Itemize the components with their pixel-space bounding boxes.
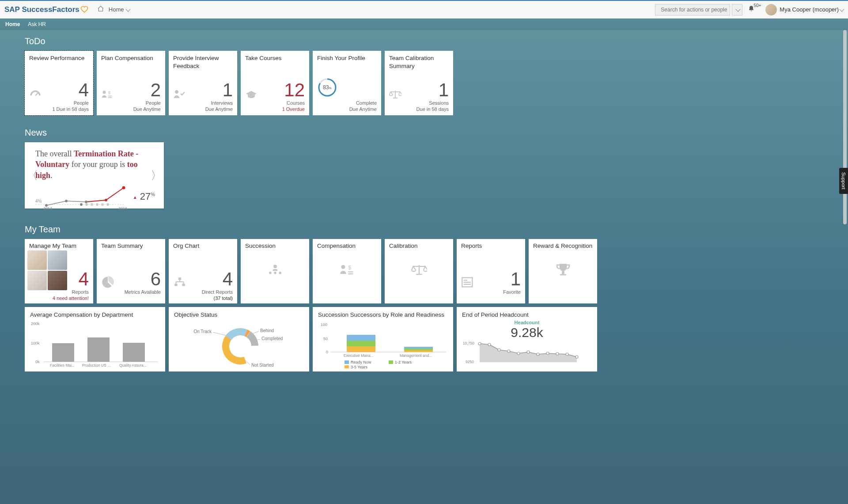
svg-text:3-5 Years: 3-5 Years <box>351 365 368 368</box>
tile-title: Provide Interview Feedback <box>173 54 233 70</box>
news-tile[interactable]: 〈 〉 The overall Termination Rate - Volun… <box>25 142 164 208</box>
svg-rect-46 <box>562 271 564 274</box>
subnav-home[interactable]: Home <box>5 21 20 27</box>
team-photos <box>27 250 67 290</box>
tile-title: Plan Compensation <box>101 54 161 62</box>
svg-point-99 <box>556 352 559 355</box>
todo-tile[interactable]: Review Performance4People1 Due in 58 day… <box>25 51 93 115</box>
tile-sub2: 1 Due in 58 days <box>52 106 89 112</box>
news-next[interactable]: 〉 <box>151 168 162 183</box>
myteam-tile[interactable]: Org Chart4Direct Reports(37 total) <box>169 239 237 303</box>
svg-text:On Track: On Track <box>193 329 212 334</box>
trophy-icon <box>555 262 571 279</box>
tile-sub2: Due Anytime <box>205 106 233 112</box>
svg-point-33 <box>274 272 276 274</box>
svg-text:Management and...: Management and... <box>400 353 432 358</box>
news-prev[interactable]: 〈 <box>26 168 38 183</box>
chart-title: Objective Status <box>174 311 304 318</box>
svg-point-3 <box>103 91 106 94</box>
module-dropdown[interactable]: Home <box>109 6 130 13</box>
scrollbar[interactable] <box>843 30 847 504</box>
svg-rect-78 <box>404 349 433 350</box>
myteam-tile[interactable]: Team Summary6Metrics Available <box>97 239 165 303</box>
myteam-tile[interactable]: Succession <box>241 239 309 303</box>
user-avatar[interactable] <box>765 4 777 15</box>
svg-rect-86 <box>344 365 349 368</box>
subnav-askhr[interactable]: Ask HR <box>28 21 46 27</box>
pie-icon <box>101 276 114 290</box>
svg-point-34 <box>279 272 281 274</box>
svg-text:$: $ <box>348 265 351 271</box>
chart-succession[interactable]: Succession Successors by Role and Readin… <box>313 307 453 371</box>
chart-objective-status[interactable]: Objective Status On Track Behind Complet… <box>169 307 309 371</box>
tile-title: Finish Your Profile <box>317 54 377 62</box>
svg-rect-79 <box>404 347 433 349</box>
chart-avg-compensation[interactable]: Average Compensation by Department 200k … <box>25 307 165 371</box>
tile-sub2: 1 Overdue <box>282 106 305 112</box>
myteam-tile[interactable]: Calibration <box>385 239 453 303</box>
progress-circle: 83% <box>317 77 337 98</box>
search-dropdown[interactable] <box>732 4 742 15</box>
home-icon[interactable] <box>97 5 104 14</box>
chart-title: Succession Successors by Role and Readin… <box>318 311 448 318</box>
chart-headcount[interactable]: End of Period Headcount Headcount 9.28k … <box>457 307 597 371</box>
svg-point-7 <box>175 90 178 94</box>
person-money-icon: $ <box>101 88 114 102</box>
todo-tile[interactable]: Plan Compensation$2PeopleDue Anytime <box>97 51 165 115</box>
tile-sub: Complete <box>356 100 377 106</box>
tile-sub2: Due Anytime <box>133 106 161 112</box>
todo-tile[interactable]: Take Courses12Courses1 Overdue <box>241 51 309 115</box>
tile-title: Team Calibration Summary <box>389 54 449 70</box>
main-canvas: ToDo Review Performance4People1 Due in 5… <box>0 30 848 504</box>
svg-text:Quality Assura...: Quality Assura... <box>119 363 147 368</box>
people-group-icon <box>267 262 283 279</box>
tile-title: Manage My Team <box>29 243 89 249</box>
user-menu[interactable]: Mya Cooper (mcooper) <box>780 6 844 13</box>
gauge-icon <box>29 88 42 102</box>
svg-rect-77 <box>404 350 433 352</box>
svg-point-95 <box>517 352 520 355</box>
svg-text:Executive Mana...: Executive Mana... <box>344 353 374 358</box>
myteam-tile[interactable]: Compensation$ <box>313 239 381 303</box>
org-icon <box>173 276 186 290</box>
svg-point-18 <box>65 200 68 202</box>
tile-title: Calibration <box>389 243 449 249</box>
svg-text:9250: 9250 <box>466 360 474 364</box>
myteam-tile[interactable]: Manage My Team4Reports4 need attention! <box>25 239 93 303</box>
svg-point-91 <box>478 342 481 345</box>
todo-tile[interactable]: Team Calibration Summary1SessionsDue in … <box>385 51 453 115</box>
svg-text:1-2 Years: 1-2 Years <box>395 360 412 364</box>
search-box[interactable] <box>655 4 730 15</box>
myteam-tile[interactable]: Reward & Recognition <box>529 239 597 303</box>
newspaper-icon <box>461 276 474 290</box>
grad-cap-icon <box>245 88 257 102</box>
myteam-tile[interactable]: Reports1Favorite <box>457 239 525 303</box>
svg-rect-24 <box>178 277 181 280</box>
tile-value: 1 <box>511 270 521 288</box>
svg-text:0: 0 <box>326 350 328 354</box>
news-dots[interactable] <box>80 203 109 206</box>
svg-rect-74 <box>347 346 375 352</box>
tile-sub: Metrics Available <box>125 289 161 295</box>
tile-sub: People <box>146 100 161 106</box>
svg-text:Ready Now: Ready Now <box>351 360 371 364</box>
chevron-down-icon <box>735 7 740 11</box>
svg-point-20 <box>105 199 107 201</box>
svg-rect-47 <box>560 274 566 276</box>
headcount-value: 9.28k <box>462 325 592 340</box>
section-news-title: News <box>25 128 848 138</box>
svg-text:Production US ...: Production US ... <box>82 363 110 368</box>
svg-text:0k: 0k <box>35 360 40 364</box>
tile-value: 12 <box>284 81 305 99</box>
svg-text:83%: 83% <box>323 84 332 91</box>
notifications-icon[interactable]: 50+ <box>748 5 755 14</box>
news-value: ▲ 27% <box>133 191 155 202</box>
app-logo[interactable]: SAP SuccessFactors <box>4 5 88 14</box>
todo-tile[interactable]: Provide Interview Feedback1InterviewsDue… <box>169 51 237 115</box>
svg-point-19 <box>85 201 87 203</box>
todo-tile[interactable]: Finish Your Profile83%CompleteDue Anytim… <box>313 51 381 115</box>
support-tab[interactable]: Support <box>839 168 848 194</box>
scale-icon <box>411 262 427 279</box>
svg-line-69 <box>246 360 250 365</box>
search-input[interactable] <box>661 7 727 13</box>
